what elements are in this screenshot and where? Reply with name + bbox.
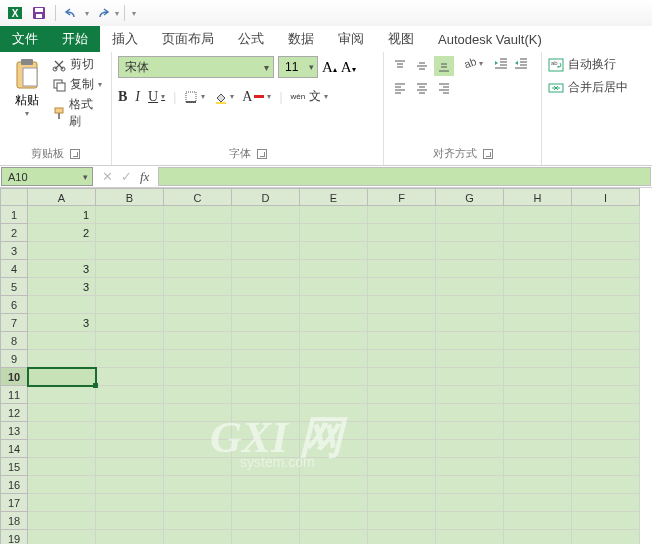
font-size-select[interactable]: 11 [278,56,318,78]
cell[interactable] [572,422,640,440]
cell[interactable] [504,242,572,260]
cell[interactable] [96,368,164,386]
redo-button[interactable] [91,2,113,24]
tab-formulas[interactable]: 公式 [226,26,276,52]
cell[interactable] [96,440,164,458]
font-dialog-launcher[interactable] [257,149,267,159]
cell[interactable] [368,296,436,314]
cell[interactable] [436,530,504,544]
alignment-dialog-launcher[interactable] [483,149,493,159]
enter-formula-icon[interactable]: ✓ [121,169,132,184]
cell[interactable] [300,530,368,544]
cell[interactable] [164,512,232,530]
cell[interactable] [164,296,232,314]
font-name-select[interactable]: 宋体 [118,56,274,78]
cell[interactable] [232,206,300,224]
cell[interactable] [96,530,164,544]
cell[interactable] [436,206,504,224]
cell[interactable] [164,368,232,386]
cell[interactable] [368,260,436,278]
cell[interactable] [572,512,640,530]
cell[interactable] [572,206,640,224]
cell[interactable]: 3 [28,260,96,278]
row-header[interactable]: 18 [0,512,28,530]
cell[interactable] [28,476,96,494]
cell[interactable] [572,314,640,332]
redo-dropdown-icon[interactable]: ▾ [115,9,119,18]
cell[interactable] [164,314,232,332]
cell[interactable] [504,458,572,476]
cell[interactable] [300,224,368,242]
cell[interactable] [96,224,164,242]
cell[interactable] [96,494,164,512]
column-header[interactable]: C [164,188,232,206]
cell[interactable]: 2 [28,224,96,242]
save-button[interactable] [28,2,50,24]
cell[interactable] [436,476,504,494]
cell[interactable] [232,440,300,458]
cell[interactable] [572,404,640,422]
align-center-button[interactable] [412,78,432,98]
cell[interactable] [504,296,572,314]
row-header[interactable]: 6 [0,296,28,314]
column-header[interactable]: H [504,188,572,206]
cell[interactable] [28,512,96,530]
cell[interactable] [96,458,164,476]
cell[interactable] [232,314,300,332]
cell[interactable]: 1 [28,206,96,224]
row-header[interactable]: 14 [0,440,28,458]
cell[interactable] [436,332,504,350]
column-header[interactable]: B [96,188,164,206]
cell[interactable] [28,494,96,512]
cell[interactable] [572,494,640,512]
cell[interactable] [28,440,96,458]
fx-icon[interactable]: fx [140,169,149,185]
tab-view[interactable]: 视图 [376,26,426,52]
cell[interactable] [164,422,232,440]
cell[interactable] [164,350,232,368]
cell[interactable] [164,278,232,296]
border-button[interactable] [184,90,205,104]
fill-color-button[interactable] [213,90,234,104]
row-header[interactable]: 12 [0,404,28,422]
cell[interactable] [28,386,96,404]
cell[interactable] [572,332,640,350]
cell[interactable] [164,224,232,242]
cell[interactable] [300,242,368,260]
cell[interactable]: 3 [28,278,96,296]
cell[interactable] [436,494,504,512]
cell[interactable] [300,260,368,278]
cell[interactable] [232,368,300,386]
cell[interactable] [232,260,300,278]
undo-button[interactable] [61,2,83,24]
tab-insert[interactable]: 插入 [100,26,150,52]
cell[interactable] [28,350,96,368]
cell[interactable] [436,386,504,404]
cell[interactable] [300,476,368,494]
cell[interactable] [504,278,572,296]
cell[interactable] [300,206,368,224]
font-color-button[interactable]: A [242,89,271,105]
column-header[interactable]: F [368,188,436,206]
cell[interactable] [232,332,300,350]
pinyin-button[interactable]: wén文 [291,88,329,105]
cell[interactable] [368,224,436,242]
cell[interactable] [232,476,300,494]
cell[interactable] [164,494,232,512]
italic-button[interactable]: I [135,89,140,105]
cell[interactable] [164,332,232,350]
select-all-corner[interactable] [0,188,28,206]
decrease-font-icon[interactable]: A▾ [341,59,356,76]
cell[interactable] [572,350,640,368]
cell[interactable] [572,260,640,278]
cell[interactable] [572,242,640,260]
merge-center-button[interactable]: 合并后居中 [548,79,628,96]
cell[interactable] [96,206,164,224]
cell[interactable] [368,458,436,476]
wrap-text-button[interactable]: ab 自动换行 [548,56,628,73]
name-box[interactable]: A10 [1,167,93,186]
cell[interactable] [368,422,436,440]
cell[interactable] [436,368,504,386]
tab-home[interactable]: 开始 [50,26,100,52]
cell[interactable] [436,512,504,530]
